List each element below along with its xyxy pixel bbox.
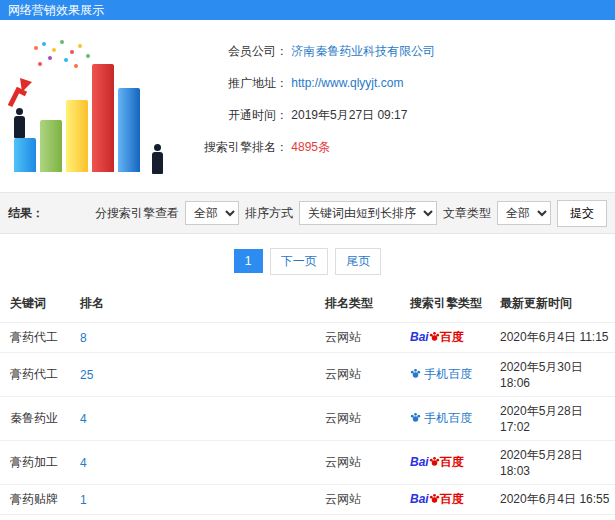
chart-bar-red bbox=[92, 64, 114, 172]
engine-cell: 手机百度 bbox=[410, 397, 500, 441]
businessman-figure-left bbox=[12, 108, 26, 138]
engine-filter-label: 分搜索引擎查看 bbox=[95, 205, 179, 222]
sort-label: 排序方式 bbox=[245, 205, 293, 222]
sort-select[interactable]: 关键词由短到长排序 bbox=[299, 201, 437, 225]
header-engine-type: 搜索引擎类型 bbox=[410, 287, 500, 323]
table-row: 膏药代工 8 云网站 Bai百度 2020年6月4日 11:15 bbox=[0, 323, 615, 353]
info-row-open-time: 开通时间： 2019年5月27日 09:17 bbox=[180, 106, 435, 124]
baidu-logo: Bai百度 bbox=[410, 492, 464, 506]
chart-bar-darkblue bbox=[118, 88, 140, 172]
table-row: 膏药代工 25 云网站 手机百度 2020年5月30日 18:06 bbox=[0, 353, 615, 397]
baidu-logo: Bai百度 bbox=[410, 330, 464, 344]
url-label: 推广地址： bbox=[180, 74, 288, 92]
engine-cell: 手机百度 bbox=[410, 515, 500, 520]
keyword-cell: 口罩贴牌 bbox=[0, 515, 80, 520]
engine-cell: Bai百度 bbox=[410, 485, 500, 515]
engine-cell: 手机百度 bbox=[410, 353, 500, 397]
keyword-cell: 膏药代工 bbox=[0, 323, 80, 353]
info-row-rank-count: 搜索引擎排名： 4895条 bbox=[180, 138, 435, 156]
header-rank: 排名 bbox=[80, 287, 325, 323]
chart-bar-green bbox=[40, 120, 62, 172]
rank-type-cell: 云网站 bbox=[325, 441, 410, 485]
promo-url-link[interactable]: http://www.qlyyjt.com bbox=[291, 76, 403, 90]
header-keyword: 关键词 bbox=[0, 287, 80, 323]
mobile-baidu-logo: 手机百度 bbox=[410, 367, 472, 381]
time-cell: 2020年5月28日 18:03 bbox=[500, 441, 615, 485]
engine-cell: Bai百度 bbox=[410, 323, 500, 353]
rank-type-cell: 云网站 bbox=[325, 323, 410, 353]
rank-type-cell: 云网站 bbox=[325, 397, 410, 441]
engine-cell: Bai百度 bbox=[410, 441, 500, 485]
rank-link[interactable]: 4 bbox=[80, 412, 87, 426]
rank-link[interactable]: 4 bbox=[80, 456, 87, 470]
result-label: 结果： bbox=[8, 205, 44, 222]
baidu-paw-icon bbox=[429, 331, 440, 342]
keyword-cell: 膏药加工 bbox=[0, 441, 80, 485]
baidu-paw-icon bbox=[429, 456, 440, 467]
time-cell: 2020年5月28日 17:02 bbox=[500, 397, 615, 441]
info-row-company: 会员公司： 济南秦鲁药业科技有限公司 bbox=[180, 42, 435, 60]
article-type-label: 文章类型 bbox=[443, 205, 491, 222]
rank-count-value: 4895条 bbox=[291, 140, 330, 154]
time-cell: 2020年5月30日 18:06 bbox=[500, 353, 615, 397]
pagination: 1 下一页 尾页 bbox=[0, 234, 615, 287]
table-header-row: 关键词 排名 排名类型 搜索引擎类型 最新更新时间 bbox=[0, 287, 615, 323]
company-link[interactable]: 济南秦鲁药业科技有限公司 bbox=[291, 44, 435, 58]
chart-bar-blue bbox=[14, 138, 36, 172]
time-cell: 2020年5月28日 16:55 bbox=[500, 515, 615, 520]
table-row: 秦鲁药业 4 云网站 手机百度 2020年5月28日 17:02 bbox=[0, 397, 615, 441]
chart-bar-yellow bbox=[66, 100, 88, 172]
engine-filter-select[interactable]: 全部 bbox=[185, 201, 239, 225]
mobile-baidu-paw-icon bbox=[410, 368, 421, 379]
filter-bar: 结果： 分搜索引擎查看 全部 排序方式 关键词由短到长排序 文章类型 全部 提交 bbox=[0, 192, 615, 234]
table-row: 膏药贴牌 1 云网站 Bai百度 2020年6月4日 16:55 bbox=[0, 485, 615, 515]
rank-link[interactable]: 1 bbox=[80, 493, 87, 507]
top-section: 会员公司： 济南秦鲁药业科技有限公司 推广地址： http://www.qlyy… bbox=[0, 20, 615, 192]
rank-type-cell: 云网站 bbox=[325, 485, 410, 515]
open-time-value: 2019年5月27日 09:17 bbox=[291, 108, 407, 122]
header-rank-type: 排名类型 bbox=[325, 287, 410, 323]
article-type-select[interactable]: 全部 bbox=[497, 201, 551, 225]
time-cell: 2020年6月4日 11:15 bbox=[500, 323, 615, 353]
keyword-cell: 膏药贴牌 bbox=[0, 485, 80, 515]
rank-link[interactable]: 8 bbox=[80, 331, 87, 345]
table-row: 口罩贴牌 29 云网站 手机百度 2020年5月28日 16:55 bbox=[0, 515, 615, 520]
submit-button[interactable]: 提交 bbox=[557, 200, 607, 227]
open-time-label: 开通时间： bbox=[180, 106, 288, 124]
page-title: 网络营销效果展示 bbox=[0, 0, 615, 20]
baidu-logo: Bai百度 bbox=[410, 455, 464, 469]
rank-type-cell: 云网站 bbox=[325, 353, 410, 397]
next-page-button[interactable]: 下一页 bbox=[270, 248, 328, 275]
info-row-url: 推广地址： http://www.qlyyjt.com bbox=[180, 74, 435, 92]
company-label: 会员公司： bbox=[180, 42, 288, 60]
businessman-figure-right bbox=[150, 144, 164, 174]
page-1-button[interactable]: 1 bbox=[234, 249, 263, 273]
keyword-cell: 膏药代工 bbox=[0, 353, 80, 397]
time-cell: 2020年6月4日 16:55 bbox=[500, 485, 615, 515]
confetti-decoration bbox=[34, 46, 38, 50]
keyword-cell: 秦鲁药业 bbox=[0, 397, 80, 441]
mobile-baidu-logo: 手机百度 bbox=[410, 411, 472, 425]
last-page-button[interactable]: 尾页 bbox=[335, 248, 381, 275]
ranking-table: 关键词 排名 排名类型 搜索引擎类型 最新更新时间 膏药代工 8 云网站 Bai… bbox=[0, 287, 615, 520]
rank-count-label: 搜索引擎排名： bbox=[180, 138, 288, 156]
table-row: 膏药加工 4 云网站 Bai百度 2020年5月28日 18:03 bbox=[0, 441, 615, 485]
growth-arrow-icon bbox=[6, 74, 32, 108]
marketing-clipart bbox=[0, 28, 180, 186]
mobile-baidu-paw-icon bbox=[410, 412, 421, 423]
member-info: 会员公司： 济南秦鲁药业科技有限公司 推广地址： http://www.qlyy… bbox=[180, 28, 435, 186]
baidu-paw-icon bbox=[429, 493, 440, 504]
rank-link[interactable]: 25 bbox=[80, 368, 93, 382]
rank-type-cell: 云网站 bbox=[325, 515, 410, 520]
header-update-time: 最新更新时间 bbox=[500, 287, 615, 323]
